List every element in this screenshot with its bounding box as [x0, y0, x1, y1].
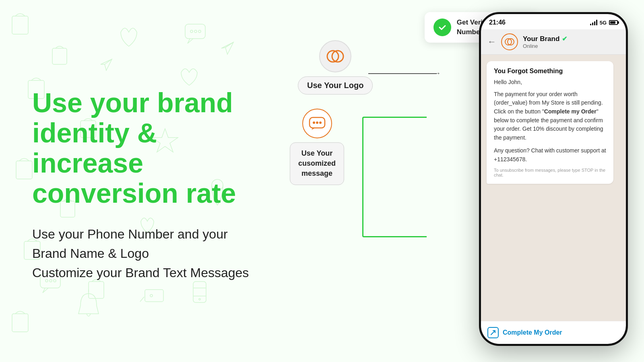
phone-time: 21:46: [489, 19, 506, 26]
left-section: Use your brand identity & increase conve…: [0, 0, 274, 362]
right-section: Get Verified WhatsApp Number & Green Tic…: [274, 0, 644, 362]
logo-callout: Use Your Logo: [298, 40, 373, 95]
logo-label: Use Your Logo: [298, 76, 373, 95]
phone-status-bar: 21:46 5G: [481, 14, 626, 29]
chat-avatar: [501, 33, 518, 50]
verified-check-icon: [433, 19, 451, 36]
cta-link-icon: [487, 327, 499, 338]
chat-body: You Forgot Something Hello John, The pay…: [481, 55, 626, 321]
message-label: Use Your cusomized message: [290, 142, 344, 185]
logo-icon: [319, 40, 351, 72]
bubble-title: You Forgot Something: [494, 68, 606, 75]
complete-order-button[interactable]: Complete My Order: [487, 327, 619, 338]
chat-bubble: You Forgot Something Hello John, The pay…: [487, 61, 613, 184]
network-label: 5G: [600, 20, 607, 26]
cta-area: Complete My Order: [481, 321, 626, 344]
sub-description: Use your Phone Number and your Brand Nam…: [32, 224, 250, 282]
unsubscribe-text: To unsubscribe from messages, please typ…: [494, 168, 606, 177]
svg-point-29: [316, 121, 318, 124]
chat-header: ← Your Brand ✔ Online: [481, 29, 626, 55]
main-heading: Use your brand identity & increase conve…: [32, 88, 250, 208]
bubble-support: Any question? Chat with customer support…: [494, 146, 606, 164]
svg-point-28: [313, 121, 315, 124]
svg-point-30: [319, 121, 322, 124]
phone-mockup: 21:46 5G ←: [479, 12, 628, 346]
cta-label: Complete My Order: [503, 329, 562, 336]
chat-name: Your Brand ✔: [523, 35, 619, 43]
bubble-body: The payment for your order worth (order_…: [494, 90, 606, 142]
status-icons: 5G: [590, 20, 618, 26]
back-arrow-icon[interactable]: ←: [487, 37, 496, 47]
verified-tick-icon: ✔: [562, 35, 567, 43]
logo-arrow: [368, 73, 437, 74]
bubble-greeting: Hello John,: [494, 78, 606, 87]
message-callout: Use Your cusomized message: [290, 109, 344, 185]
chat-name-block: Your Brand ✔ Online: [523, 35, 619, 49]
signal-bars-icon: [590, 20, 597, 25]
chat-online-status: Online: [523, 43, 619, 49]
message-icon: [302, 109, 332, 138]
battery-icon: [609, 20, 618, 25]
content-wrapper: Use your brand identity & increase conve…: [0, 0, 644, 362]
bracket-lines: [362, 117, 427, 237]
